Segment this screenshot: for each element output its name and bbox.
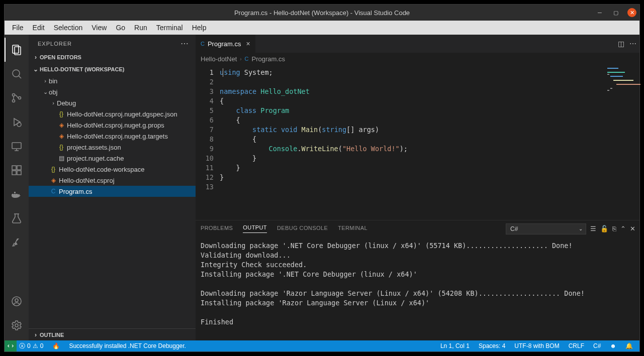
status-language[interactable]: C# xyxy=(591,342,603,349)
panel-tab-output[interactable]: OUTPUT xyxy=(243,224,267,233)
panel: PROBLEMS OUTPUT DEBUG CONSOLE TERMINAL C… xyxy=(196,220,639,340)
menu-edit[interactable]: Edit xyxy=(28,22,49,34)
tree-file-csproj[interactable]: ◈Hello-dotNet.csproj xyxy=(29,175,196,186)
bell-icon[interactable]: 🔔 xyxy=(623,342,635,349)
window-title: Program.cs - Hello-dotNet (Workspace) - … xyxy=(234,9,410,17)
code-editor[interactable]: 12345678910111213 using System; namespac… xyxy=(196,65,639,220)
menubar: File Edit Selection View Go Run Terminal… xyxy=(5,21,639,35)
menu-go[interactable]: Go xyxy=(111,22,130,34)
tree-file-program[interactable]: CProgram.cs xyxy=(29,186,196,197)
svg-rect-12 xyxy=(12,166,16,170)
menu-run[interactable]: Run xyxy=(130,22,152,34)
breadcrumbs[interactable]: Hello-dotNet › C Program.cs xyxy=(196,53,639,65)
settings-gear-icon[interactable] xyxy=(5,313,29,337)
section-outline[interactable]: ›OUTLINE xyxy=(29,328,196,340)
remote-indicator[interactable] xyxy=(5,340,17,351)
run-debug-icon[interactable] xyxy=(5,110,29,134)
docker-icon[interactable] xyxy=(5,182,29,206)
minimize-button[interactable]: ─ xyxy=(595,8,604,17)
csharp-icon: C xyxy=(245,56,249,62)
status-message[interactable]: Successfully installed .NET Core Debugge… xyxy=(66,342,189,349)
svg-rect-15 xyxy=(17,166,21,170)
svg-line-3 xyxy=(19,76,21,78)
text-cursor xyxy=(223,68,223,77)
menu-terminal[interactable]: Terminal xyxy=(152,22,188,34)
line-numbers: 12345678910111213 xyxy=(196,65,220,220)
menu-help[interactable]: Help xyxy=(188,22,211,34)
tree-file-dgspec[interactable]: {}Hello-dotNet.csproj.nuget.dgspec.json xyxy=(29,108,196,120)
minimap[interactable] xyxy=(604,65,639,220)
tab-program[interactable]: C Program.cs × xyxy=(196,35,256,53)
svg-point-23 xyxy=(15,324,18,327)
sidebar-more-icon[interactable]: ⋯ xyxy=(180,39,189,48)
status-spaces[interactable]: Spaces: 4 xyxy=(476,342,508,349)
sidebar-title: EXPLORER xyxy=(38,41,72,47)
svg-point-22 xyxy=(15,299,18,302)
azure-icon[interactable] xyxy=(5,230,29,255)
activity-bar xyxy=(5,35,29,340)
tree-file-gtargets[interactable]: ◈Hello-dotNet.csproj.nuget.g.targets xyxy=(29,131,196,142)
code-content[interactable]: using System; namespace Hello_dotNet{ cl… xyxy=(220,65,604,220)
lock-scroll-icon[interactable]: 🔓 xyxy=(600,225,608,232)
tree-file-gprops[interactable]: ◈Hello-dotNet.csproj.nuget.g.props xyxy=(29,120,196,131)
file-tree: ›bin ⌄obj ›Debug {}Hello-dotNet.csproj.n… xyxy=(29,75,196,197)
tree-file-assets[interactable]: {}project.assets.json xyxy=(29,142,196,153)
close-window-button[interactable]: ✕ xyxy=(627,8,636,17)
extensions-icon[interactable] xyxy=(5,158,29,182)
accounts-icon[interactable] xyxy=(5,289,29,313)
output-content[interactable]: Downloading package '.NET Core Debugger … xyxy=(196,237,639,340)
svg-rect-9 xyxy=(12,143,21,149)
tree-folder-debug[interactable]: ›Debug xyxy=(29,97,196,108)
tree-file-nucache[interactable]: ▤project.nuget.cache xyxy=(29,153,196,164)
remote-explorer-icon[interactable] xyxy=(5,134,29,158)
tab-close-icon[interactable]: × xyxy=(246,40,250,48)
svg-point-8 xyxy=(17,123,21,127)
svg-point-2 xyxy=(13,70,20,77)
menu-file[interactable]: File xyxy=(8,22,28,34)
panel-tab-debug[interactable]: DEBUG CONSOLE xyxy=(277,225,328,233)
clear-output-icon[interactable]: ⎘ xyxy=(612,225,616,232)
chevron-down-icon: ⌄ xyxy=(579,226,583,231)
tree-file-codews[interactable]: {}Hello-dotNet.code-workspace xyxy=(29,164,196,175)
panel-tab-terminal[interactable]: TERMINAL xyxy=(338,225,367,233)
menu-selection[interactable]: Selection xyxy=(49,22,87,34)
svg-rect-13 xyxy=(12,171,16,175)
status-encoding[interactable]: UTF-8 with BOM xyxy=(512,342,562,349)
section-open-editors[interactable]: ›OPEN EDITORS xyxy=(29,51,196,63)
flame-icon[interactable]: 🔥 xyxy=(50,342,62,349)
output-channel-select[interactable]: C#⌄ xyxy=(506,223,586,234)
status-bar: ⓧ0 ⚠0 🔥 Successfully installed .NET Core… xyxy=(5,340,639,351)
explorer-icon[interactable] xyxy=(5,38,29,62)
editor-tabs: C Program.cs × ◫ ⋯ xyxy=(196,35,639,53)
error-icon: ⓧ xyxy=(19,342,25,350)
status-ln-col[interactable]: Ln 1, Col 1 xyxy=(438,342,472,349)
maximize-button[interactable]: ▢ xyxy=(611,8,620,17)
search-icon[interactable] xyxy=(5,62,29,86)
status-problems[interactable]: ⓧ0 ⚠0 xyxy=(17,342,46,350)
warning-icon: ⚠ xyxy=(33,342,38,349)
log-filter-icon[interactable]: ☰ xyxy=(590,225,596,232)
section-workspace[interactable]: ⌄HELLO-DOTNET (WORKSPACE) xyxy=(29,63,196,75)
csharp-icon: C xyxy=(201,41,205,47)
tree-folder-obj[interactable]: ⌄obj xyxy=(29,86,196,97)
feedback-icon[interactable]: ☻ xyxy=(607,342,619,349)
tab-label: Program.cs xyxy=(208,40,241,48)
sidebar: EXPLORER ⋯ ›OPEN EDITORS ⌄HELLO-DOTNET (… xyxy=(29,35,196,340)
close-panel-icon[interactable]: ✕ xyxy=(630,225,635,232)
editor-area: C Program.cs × ◫ ⋯ Hello-dotNet › C Prog… xyxy=(196,35,639,340)
svg-point-4 xyxy=(13,94,15,96)
source-control-icon[interactable] xyxy=(5,86,29,110)
split-editor-icon[interactable]: ◫ xyxy=(618,40,624,48)
titlebar[interactable]: Program.cs - Hello-dotNet (Workspace) - … xyxy=(5,5,639,21)
status-eol[interactable]: CRLF xyxy=(566,342,587,349)
panel-tab-problems[interactable]: PROBLEMS xyxy=(201,225,233,233)
editor-more-icon[interactable]: ⋯ xyxy=(629,40,636,48)
svg-rect-19 xyxy=(14,192,16,193)
beaker-icon[interactable] xyxy=(5,206,29,230)
svg-point-5 xyxy=(13,100,15,102)
tree-folder-bin[interactable]: ›bin xyxy=(29,75,196,86)
menu-view[interactable]: View xyxy=(87,22,111,34)
chevron-right-icon: › xyxy=(240,56,241,62)
svg-point-6 xyxy=(19,97,21,99)
maximize-panel-icon[interactable]: ⌃ xyxy=(620,225,626,232)
